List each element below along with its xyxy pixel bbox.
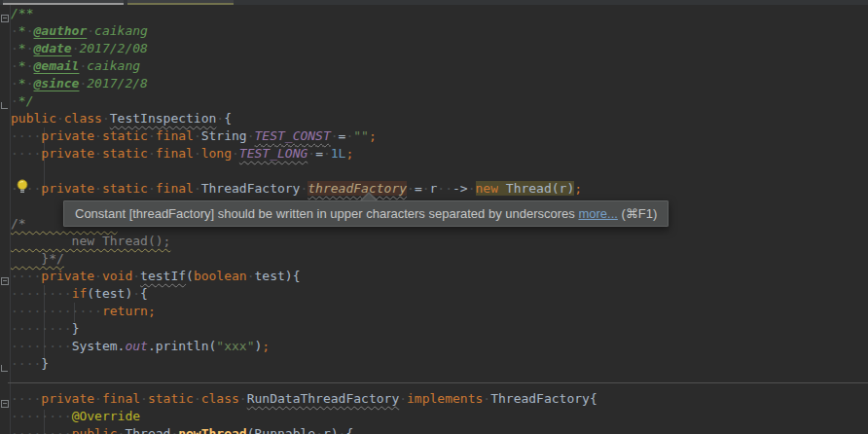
code-token: RunDataThreadFactory xyxy=(247,391,400,406)
code-token: Thread xyxy=(125,426,170,434)
code-token: · xyxy=(87,23,94,38)
code-token: * xyxy=(18,41,26,55)
code-line[interactable]: ·*·@since·2017/2/8 xyxy=(11,75,868,92)
fold-marker-icon[interactable] xyxy=(1,277,9,285)
tooltip-shortcut: (⌘F1) xyxy=(618,206,657,221)
code-token: 1L xyxy=(331,146,346,161)
code-line[interactable]: ········} xyxy=(11,320,868,338)
code-token: @since xyxy=(33,76,79,90)
code-line[interactable]: ····private·void·testIf(boolean·test){ xyxy=(11,268,868,285)
code-token: { xyxy=(224,111,232,126)
code-line[interactable]: ········@Override xyxy=(11,408,868,425)
code-line[interactable]: /** xyxy=(11,5,868,22)
code-line[interactable]: new Thread(); xyxy=(11,233,868,250)
code-token: · xyxy=(216,111,224,126)
code-token: · xyxy=(194,128,201,143)
code-token: ········ xyxy=(11,286,72,301)
code-token: ThreadFactory{ xyxy=(490,391,597,406)
code-line[interactable]: ····private·final·static·class·RunDataTh… xyxy=(11,390,868,408)
code-token: · xyxy=(148,128,156,143)
code-token: "" xyxy=(353,128,369,143)
code-token: static xyxy=(102,181,148,196)
code-token: · xyxy=(94,128,102,143)
code-token: ···· xyxy=(11,128,41,143)
code-token: · xyxy=(94,391,102,406)
code-token: · xyxy=(239,391,247,406)
code-token: ; xyxy=(345,146,353,161)
code-token: private xyxy=(41,269,94,283)
tooltip-more-link[interactable]: more... xyxy=(578,206,617,221)
ide-editor-window: /**·*·@author·caikang·*·@date·2017/2/08·… xyxy=(0,0,868,434)
fold-marker-icon[interactable] xyxy=(1,365,8,372)
code-token: ···· xyxy=(11,146,41,161)
code-token: implements xyxy=(407,391,483,406)
code-token: private xyxy=(41,391,94,406)
code-token: 2017/2/08 xyxy=(79,41,147,55)
code-token: final xyxy=(102,391,140,406)
code-token: .println( xyxy=(148,339,216,353)
code-line[interactable]: ·*·@date·2017/2/08 xyxy=(11,40,868,57)
code-line[interactable]: ········public·Thread·newThread(Runnable… xyxy=(11,425,868,434)
code-token: @date xyxy=(33,41,71,55)
code-line[interactable]: ·*·@email·caikang xyxy=(11,57,868,75)
code-token: ; xyxy=(262,339,270,353)
code-token: threadF xyxy=(307,181,361,196)
code-token: String xyxy=(201,128,247,143)
code-line[interactable]: ·*/ xyxy=(11,92,868,110)
code-line[interactable]: ········if(test)·{ xyxy=(11,285,868,303)
code-token: r) xyxy=(323,426,339,434)
code-token: · xyxy=(483,391,490,406)
code-token: · xyxy=(399,391,407,406)
editor-gutter xyxy=(0,5,11,434)
code-token: · xyxy=(11,58,18,73)
code-line[interactable]: public·class·TestInspection·{ xyxy=(11,110,868,127)
code-token: long xyxy=(201,146,232,161)
code-line[interactable]: ····} xyxy=(11,355,868,373)
fold-marker-icon[interactable] xyxy=(1,102,8,109)
code-token: · xyxy=(194,391,201,406)
code-token: private xyxy=(41,128,94,143)
code-line[interactable]: ·*·@author·caikang xyxy=(11,22,868,40)
code-token: · xyxy=(468,181,476,196)
fold-marker-icon[interactable] xyxy=(1,15,9,22)
code-line[interactable]: ············return; xyxy=(11,303,868,320)
code-token: test xyxy=(255,269,285,283)
code-token: boolean xyxy=(194,269,247,283)
code-token: = xyxy=(415,181,422,196)
fold-marker-icon[interactable] xyxy=(1,400,9,408)
code-line[interactable]: ····private·static·final·long·TEST_LONG·… xyxy=(11,145,868,163)
code-line[interactable]: }*/ xyxy=(11,250,868,268)
code-token: ; xyxy=(369,128,377,143)
code-line[interactable] xyxy=(11,163,868,180)
code-line[interactable]: ····private·static·final·ThreadFactory·t… xyxy=(11,180,868,198)
code-token: (Runnable xyxy=(247,426,315,434)
code-token: System. xyxy=(72,339,126,353)
code-line[interactable]: ········System.out.println("xxx"); xyxy=(11,338,868,355)
code-token: · xyxy=(315,426,323,434)
code-token: ············ xyxy=(11,304,102,318)
code-token: · xyxy=(94,269,102,283)
code-token: } xyxy=(41,356,49,371)
code-token: · xyxy=(140,391,148,406)
code-token: · xyxy=(194,146,201,161)
code-token: · xyxy=(11,41,18,55)
code-token: static xyxy=(102,128,148,143)
code-token: * xyxy=(18,58,26,73)
code-token: return; xyxy=(102,304,156,318)
code-token: class xyxy=(64,111,102,126)
code-token: out xyxy=(125,339,147,353)
code-token: }*/ xyxy=(11,251,64,266)
code-token: ········ xyxy=(11,409,72,423)
code-token: "xxx" xyxy=(216,339,254,353)
intention-lightbulb-icon[interactable] xyxy=(16,179,29,194)
code-token: 2017/2/8 xyxy=(87,76,148,90)
code-token: class xyxy=(201,391,239,406)
code-line[interactable] xyxy=(11,373,868,390)
code-line[interactable]: ····private·static·final·String·TEST_CON… xyxy=(11,127,868,145)
code-token: ········ xyxy=(11,426,72,434)
code-token: -> xyxy=(452,181,468,196)
code-token: · xyxy=(331,128,339,143)
code-token: · xyxy=(94,181,102,196)
code-token: * xyxy=(18,76,26,90)
code-token: testIf xyxy=(140,269,186,283)
